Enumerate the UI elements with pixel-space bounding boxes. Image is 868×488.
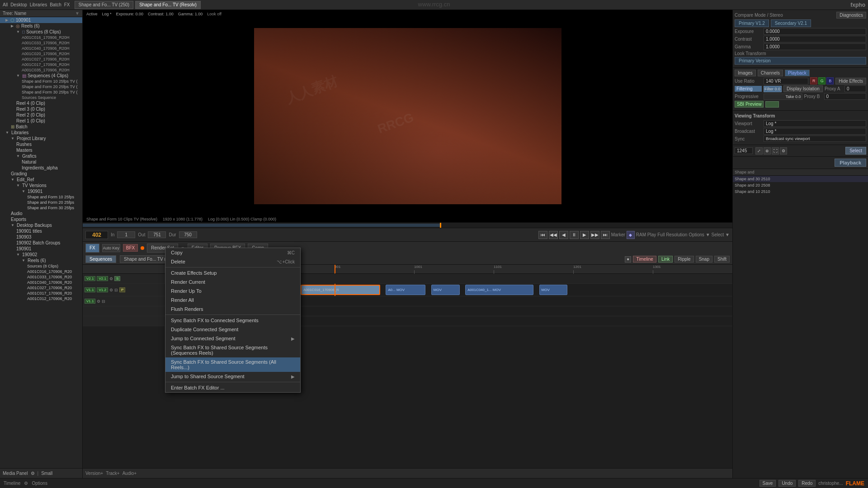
tree-item-edit-ref[interactable]: ▼ Edit_Ref — [0, 177, 82, 183]
tree-item-ingredients[interactable]: Ingredients_alpha — [0, 165, 82, 171]
p-badge[interactable]: P — [119, 287, 125, 292]
sub-more-icon[interactable]: ⊟ — [102, 299, 105, 304]
tree-item-190902[interactable]: ▼ 190902 — [0, 252, 82, 258]
ctx-enter-batch-fx[interactable]: Enter Batch FX Editor ... — [165, 383, 300, 392]
diagnostics-btn[interactable]: Diagnostics — [836, 12, 866, 19]
tree-item-sources8[interactable]: ▼ □ Sources (8 Clips) — [0, 29, 82, 35]
ctx-render-all[interactable]: Render All — [165, 296, 300, 305]
tree-item-a001c027[interactable]: A001C027_170906_R20H — [0, 56, 82, 62]
v21-badge[interactable]: V2.1 — [85, 276, 95, 281]
tree-item-grading[interactable]: Grading — [0, 171, 82, 177]
tree-item-reel3[interactable]: Reel 3 (0 Clip) — [0, 106, 82, 112]
g-channel-btn[interactable]: G — [818, 77, 826, 84]
seq-list-item-10[interactable]: Shape and 10 2510 — [733, 188, 868, 195]
primary-version-btn[interactable]: Primary V1.2 — [735, 19, 769, 27]
res-expand-icon[interactable]: ⤢ — [755, 147, 763, 155]
tree-item-a001c027-sub[interactable]: A001C027_170906_R20 — [0, 285, 82, 291]
sbi-preview-btn[interactable]: SBI Preview — [735, 101, 764, 108]
ripple-toggle[interactable]: Ripple — [675, 256, 693, 263]
ctx-render-current[interactable]: Render Current — [165, 277, 300, 286]
v12-badge[interactable]: V1.2 — [97, 287, 108, 292]
track-more-icon[interactable]: ⊟ — [114, 288, 118, 292]
tree-item-desktop-backups[interactable]: ▼ Desktop Backups — [0, 222, 82, 228]
tree-item-a001c040[interactable]: A001C040_170906_R20H — [0, 46, 82, 51]
next-frame-btn[interactable]: ▶▶ — [590, 231, 599, 239]
tree-item-a001c016[interactable]: A001C016_170906_R20H — [0, 35, 82, 40]
secondary-version-btn[interactable]: Secondary V2.1 — [771, 19, 811, 27]
res-zoom-icon[interactable]: ⊕ — [764, 147, 771, 155]
link-btn[interactable]: Timeline — [633, 256, 656, 263]
proxy-a-val[interactable]: 0 — [844, 85, 866, 92]
contrast-val[interactable]: 1.0000 — [764, 36, 866, 42]
playhead[interactable] — [335, 265, 335, 273]
nav-desktop[interactable]: Desktop — [10, 2, 27, 7]
seq-list-item-20[interactable]: Shape and 20 2508 — [733, 182, 868, 188]
bfx-badge[interactable]: BFX — [123, 244, 138, 252]
display-isolation-btn[interactable]: Display Isolation — [783, 85, 823, 92]
use-ratio-val[interactable]: 140 VR — [764, 78, 808, 84]
channels-tab[interactable]: Channels — [758, 70, 783, 76]
bottom-settings-icon[interactable]: ⚙ — [24, 481, 28, 486]
proxy-b-val[interactable]: 0 — [824, 93, 867, 100]
tree-item-a001c035[interactable]: A001C035_170906_R20H — [0, 67, 82, 73]
play-rev-btn[interactable]: ◀ — [559, 231, 568, 239]
nav-fx[interactable]: FX — [64, 2, 70, 7]
out-value[interactable]: 751 — [148, 231, 166, 238]
tree-item-reel1[interactable]: Reel 1 (0 Clip) — [0, 118, 82, 124]
scrub-bar[interactable] — [83, 222, 732, 228]
undo-btn[interactable]: Undo — [778, 480, 796, 487]
v21b-badge[interactable]: V2.1 — [97, 276, 108, 281]
tab-tv-250[interactable]: Shape and Fo... TV (250) — [75, 1, 134, 9]
tree-item-a001c020[interactable]: A001C020_170906_R20H — [0, 51, 82, 56]
nav-all[interactable]: All — [3, 2, 8, 7]
tree-item-project-lib[interactable]: ▼ Project Library — [0, 136, 82, 141]
select-ctrl-btn[interactable]: Select ▼ — [712, 232, 730, 237]
tree-item-sources-seq[interactable]: Sources Sequence — [0, 95, 82, 100]
ctx-sync-batch-connected[interactable]: Sync Batch FX to Connected Segments — [165, 316, 300, 325]
scrub-handle[interactable] — [440, 223, 441, 228]
ctx-create-effects[interactable]: Create Effects Setup — [165, 268, 300, 277]
tab-tv-resolve[interactable]: Shape and Fo... TV (Resolv) — [135, 1, 201, 9]
tree-item-190901-titles[interactable]: 190901 titles — [0, 228, 82, 234]
ctx-delete[interactable]: Delete ⌥+Click — [165, 257, 300, 266]
tree-item-190902-batch[interactable]: 190902 Batch Groups — [0, 240, 82, 246]
clip-mov1[interactable]: MOV — [431, 285, 460, 295]
tree-item-190901-sub[interactable]: ▼ 190901 — [0, 188, 82, 194]
ctx-flush-renders[interactable]: Flush Renders — [165, 305, 300, 314]
s-version-badge[interactable]: S — [114, 276, 120, 281]
tree-item-batch[interactable]: ⊞ Batch — [0, 124, 82, 130]
tree-item-shape10[interactable]: Shape and Form 10 25fps TV ( — [0, 79, 82, 84]
tree-item-a001c033-sub[interactable]: A001C033_170906_R20 — [0, 274, 82, 280]
prev-frame-btn[interactable]: ◀◀ — [549, 231, 558, 239]
media-panel-settings-icon[interactable]: ⚙ — [31, 471, 35, 476]
options-bottom-btn[interactable]: Options — [32, 481, 47, 486]
clip-a001c016-selected[interactable]: A001C016_170906_R — [301, 285, 380, 295]
auto-key-btn[interactable]: Auto Key — [102, 244, 120, 252]
tree-item-a001c016-sub[interactable]: A001C016_170906_R20 — [0, 269, 82, 274]
clip-a001c040[interactable]: A001C040_1... MOV — [465, 285, 533, 295]
gamma-val[interactable]: 1.0000 — [764, 43, 866, 50]
prog-slider[interactable]: Take 0.0 — [764, 94, 802, 100]
settings-icon[interactable]: ⚙ — [109, 277, 113, 281]
snap-toggle[interactable]: Snap — [696, 256, 712, 263]
skip-end-btn[interactable]: ⏭ — [601, 231, 610, 239]
ctx-copy[interactable]: Copy ⌘C — [165, 248, 300, 257]
tree-item-natural[interactable]: Natural — [0, 159, 82, 165]
seq-list-item-30[interactable]: Shape and 30 2510 — [733, 176, 868, 182]
video-viewer[interactable]: Active Log * Exposure: 0.00 Contrast: 1.… — [83, 10, 732, 222]
options-btn[interactable]: Options ▼ — [689, 232, 710, 237]
tree-item-audio[interactable]: Audio — [0, 211, 82, 216]
ctx-jump-connected[interactable]: Jump to Connected Segment ▶ — [165, 334, 300, 343]
tree-item-reel2[interactable]: Reel 2 (0 Clip) — [0, 112, 82, 118]
clip-ao-mov[interactable]: A0... MOV — [386, 285, 425, 295]
playback-tab[interactable]: Playback — [785, 70, 810, 76]
tree-item-100901[interactable]: ▶ ⬡ 100901 — [0, 17, 82, 23]
marker-indicator[interactable]: ◆ — [627, 231, 635, 239]
res-fullscreen-icon[interactable]: ⛶ — [772, 147, 779, 155]
tree-item-190903[interactable]: 190903 — [0, 234, 82, 240]
res-options-icon[interactable]: ⚙ — [780, 147, 787, 155]
tree-item-a001c012-sub[interactable]: A001C012_170906_R20 — [0, 296, 82, 301]
ripple-btn[interactable]: Link — [658, 256, 673, 263]
ctx-duplicate-segment[interactable]: Duplicate Connected Segment — [165, 325, 300, 334]
in-value[interactable]: 1 — [117, 231, 135, 238]
